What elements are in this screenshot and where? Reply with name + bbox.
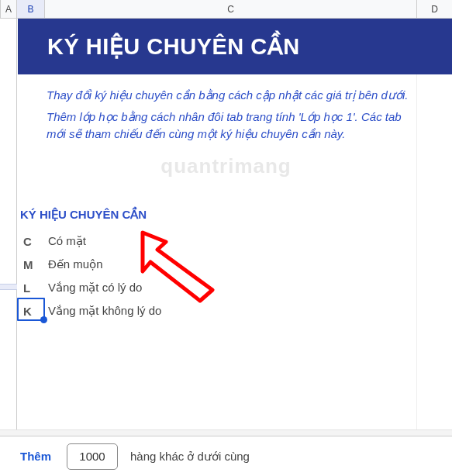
column-header-b[interactable]: B [17,0,45,18]
column-header-a[interactable]: A [0,0,17,18]
legend-code-m: M [19,258,47,271]
instructions-block: Thay đổi ký hiệu chuyên cần bằng cách cậ… [47,82,413,147]
legend-code-c: C [19,235,47,248]
column-header-d[interactable]: D [417,0,452,18]
legend-label-k: Vắng mặt không lý do [47,304,161,318]
instruction-line-2: Thêm lớp học bằng cách nhân đôi tab tran… [47,109,413,143]
legend-row-l[interactable]: L Vắng mặt có lý do [19,276,161,299]
add-rows-suffix: hàng khác ở dưới cùng [130,450,250,464]
column-header-row: A B C D [0,0,452,19]
legend-row-c[interactable]: C Có mặt [19,229,161,253]
column-header-c[interactable]: C [45,0,417,18]
legend-section: KÝ HIỆU CHUYÊN CẦN C Có mặt M Đến muộn L… [19,208,161,323]
title-banner: KÝ HIỆU CHUYÊN CẦN [18,19,452,74]
watermark-text: quantrimang [160,154,291,178]
add-rows-button[interactable]: Thêm [17,445,54,467]
legend-label-c: Có mặt [47,234,86,248]
legend-code-k: K [19,305,47,318]
horizontal-scrollbar[interactable] [0,429,452,436]
sheet-body[interactable]: KÝ HIỆU CHUYÊN CẦN Thay đổi ký hiệu chuy… [0,19,452,436]
legend-row-k[interactable]: K Vắng mặt không lý do [19,299,161,323]
instruction-line-1: Thay đổi ký hiệu chuyên cần bằng cách cậ… [47,87,413,104]
legend-title: KÝ HIỆU CHUYÊN CẦN [19,208,161,222]
legend-row-m[interactable]: M Đến muộn [19,253,161,276]
legend-label-l: Vắng mặt có lý do [47,281,142,295]
column-d-border [416,19,417,436]
legend-code-l: L [19,281,47,295]
row-header-strip[interactable] [0,19,17,436]
row-header-selected[interactable] [0,284,17,290]
add-rows-bar: Thêm hàng khác ở dưới cùng [0,436,452,476]
add-rows-count-input[interactable] [67,443,118,470]
legend-label-m: Đến muộn [47,257,103,271]
page-title: KÝ HIỆU CHUYÊN CẦN [47,33,300,60]
